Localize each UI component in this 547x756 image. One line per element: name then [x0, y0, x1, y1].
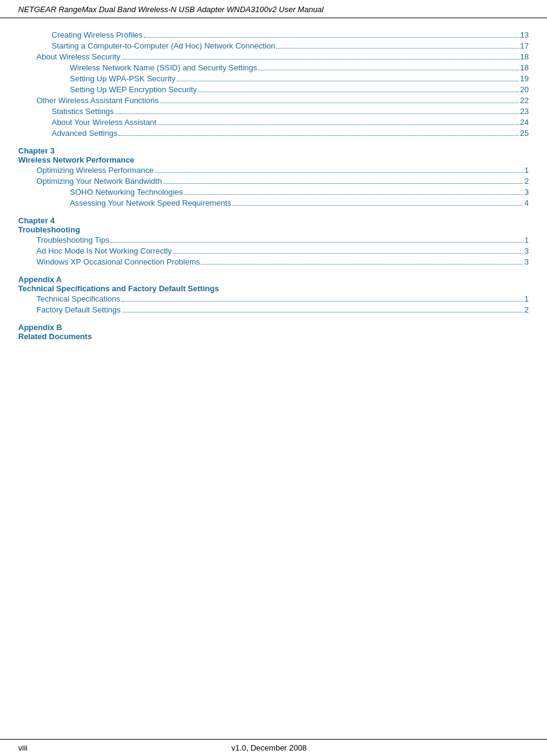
toc-page-wireless-network-name: 18 [520, 63, 529, 72]
page-container: NETGEAR RangeMax Dual Band Wireless-N US… [0, 0, 547, 756]
toc-page-statistics-settings: 23 [520, 107, 529, 116]
toc-link-soho-networking[interactable]: SOHO Networking Technologies [70, 187, 183, 197]
toc-link-wep[interactable]: Setting Up WEP Encryption Security [70, 85, 197, 94]
toc-row-creating-wireless-profiles[interactable]: Creating Wireless Profiles 13 [18, 30, 529, 39]
toc-row-wpa-psk[interactable]: Setting Up WPA-PSK Security 19 [18, 74, 529, 83]
chapter4-heading: Chapter 4 Troubleshooting [18, 216, 529, 234]
toc-link-advanced-settings[interactable]: Advanced Settings [52, 129, 117, 138]
toc-content: Creating Wireless Profiles 13 Starting a… [0, 24, 547, 379]
appendixB-title: Related Documents [18, 332, 529, 341]
header-title: NETGEAR RangeMax Dual Band Wireless-N US… [18, 5, 324, 14]
toc-dots [110, 242, 523, 243]
footer-version: v1.0, December 2008 [27, 743, 511, 752]
toc-page-advanced-settings: 25 [520, 129, 529, 138]
toc-row-advanced-settings[interactable]: Advanced Settings 25 [18, 129, 529, 138]
toc-link-technical-specifications[interactable]: Technical Specifications [36, 294, 120, 303]
toc-link-assessing-network-speed[interactable]: Assessing Your Network Speed Requirement… [70, 198, 231, 208]
appendixA-heading: Appendix A Technical Specifications and … [18, 275, 529, 293]
toc-row-ad-hoc-mode[interactable]: Ad Hoc Mode Is Not Working Correctly 3 [18, 246, 529, 255]
toc-row-assessing-network-speed[interactable]: Assessing Your Network Speed Requirement… [18, 198, 529, 208]
chapter3-label: Chapter 3 [18, 146, 529, 155]
toc-link-statistics-settings[interactable]: Statistics Settings [52, 107, 114, 116]
toc-row-wireless-network-name[interactable]: Wireless Network Name (SSID) and Securit… [18, 63, 529, 72]
toc-row-soho-networking[interactable]: SOHO Networking Technologies 3 [18, 187, 529, 197]
chapter3-heading: Chapter 3 Wireless Network Performance [18, 146, 529, 164]
toc-dots [177, 81, 519, 81]
toc-dots [155, 172, 523, 173]
toc-link-ad-hoc-mode[interactable]: Ad Hoc Mode Is Not Working Correctly [36, 246, 172, 255]
toc-dots [122, 312, 523, 312]
toc-link-windows-xp[interactable]: Windows XP Occasional Connection Problem… [36, 257, 200, 266]
toc-link-optimizing-wireless[interactable]: Optimizing Wireless Performance [36, 166, 154, 175]
toc-link-creating-wireless-profiles[interactable]: Creating Wireless Profiles [52, 30, 143, 39]
toc-link-about-wireless-security[interactable]: About Wireless Security [36, 52, 120, 61]
appendixA-title: Technical Specifications and Factory Def… [18, 284, 529, 293]
toc-page-technical-specifications: 1 [525, 294, 529, 303]
toc-link-troubleshooting-tips[interactable]: Troubleshooting Tips [36, 235, 109, 245]
appendixB-heading: Appendix B Related Documents [18, 323, 529, 341]
toc-dots [258, 70, 518, 70]
toc-dots [160, 103, 519, 103]
toc-row-computer-to-computer[interactable]: Starting a Computer-to-Computer (Ad Hoc)… [18, 41, 529, 50]
toc-dots [118, 135, 518, 136]
toc-link-other-wireless-assistant[interactable]: Other Wireless Assistant Functions [36, 96, 159, 105]
toc-row-other-wireless-assistant[interactable]: Other Wireless Assistant Functions 22 [18, 96, 529, 105]
toc-row-optimizing-bandwidth[interactable]: Optimizing Your Network Bandwidth 2 [18, 177, 529, 186]
toc-link-wpa-psk[interactable]: Setting Up WPA-PSK Security [70, 74, 175, 83]
toc-link-about-wireless-assistant[interactable]: About Your Wireless Assistant [52, 118, 157, 127]
toc-page-creating-wireless-profiles: 13 [520, 30, 529, 39]
chapter4-label: Chapter 4 [18, 216, 529, 225]
toc-dots [163, 183, 523, 184]
toc-dots [115, 113, 519, 114]
toc-row-about-wireless-assistant[interactable]: About Your Wireless Assistant 24 [18, 118, 529, 127]
toc-dots [184, 194, 523, 195]
toc-link-optimizing-bandwidth[interactable]: Optimizing Your Network Bandwidth [36, 177, 162, 186]
toc-dots [144, 37, 519, 38]
toc-row-windows-xp[interactable]: Windows XP Occasional Connection Problem… [18, 257, 529, 266]
footer-page-label: viii [18, 743, 27, 752]
toc-row-technical-specifications[interactable]: Technical Specifications 1 [18, 294, 529, 303]
toc-dots [121, 301, 523, 302]
chapter4-title: Troubleshooting [18, 225, 529, 234]
toc-page-optimizing-bandwidth: 2 [525, 177, 529, 186]
toc-dots [173, 253, 523, 254]
toc-row-optimizing-wireless[interactable]: Optimizing Wireless Performance 1 [18, 166, 529, 175]
toc-row-statistics-settings[interactable]: Statistics Settings 23 [18, 107, 529, 116]
toc-dots [121, 59, 519, 59]
toc-row-troubleshooting-tips[interactable]: Troubleshooting Tips 1 [18, 235, 529, 245]
toc-page-factory-default: 2 [525, 305, 529, 314]
appendixB-label: Appendix B [18, 323, 529, 332]
appendixA-label: Appendix A [18, 275, 529, 284]
toc-page-soho-networking: 3 [525, 187, 529, 197]
toc-dots [276, 48, 518, 49]
toc-page-about-wireless-security: 18 [520, 52, 529, 61]
toc-page-wep: 20 [520, 85, 529, 94]
toc-page-other-wireless-assistant: 22 [520, 96, 529, 105]
toc-link-wireless-network-name[interactable]: Wireless Network Name (SSID) and Securit… [70, 63, 257, 72]
toc-row-wep[interactable]: Setting Up WEP Encryption Security 20 [18, 85, 529, 94]
toc-page-computer-to-computer: 17 [520, 41, 529, 50]
toc-link-factory-default[interactable]: Factory Default Settings [36, 305, 121, 314]
toc-row-about-wireless-security[interactable]: About Wireless Security 18 [18, 52, 529, 61]
toc-dots [158, 124, 519, 125]
toc-page-troubleshooting-tips: 1 [525, 235, 529, 245]
toc-page-about-wireless-assistant: 24 [520, 118, 529, 127]
toc-link-computer-to-computer[interactable]: Starting a Computer-to-Computer (Ad Hoc)… [52, 41, 275, 50]
chapter3-title: Wireless Network Performance [18, 155, 529, 164]
toc-page-optimizing-wireless: 1 [525, 166, 529, 175]
toc-page-assessing-network-speed: 4 [525, 198, 529, 208]
toc-page-ad-hoc-mode: 3 [525, 246, 529, 255]
toc-page-windows-xp: 3 [525, 257, 529, 266]
toc-dots [233, 205, 523, 206]
toc-row-factory-default[interactable]: Factory Default Settings 2 [18, 305, 529, 314]
toc-dots [201, 264, 523, 265]
toc-dots [198, 92, 518, 92]
page-header: NETGEAR RangeMax Dual Band Wireless-N US… [0, 0, 547, 18]
page-footer: viii v1.0, December 2008 [0, 739, 547, 756]
toc-page-wpa-psk: 19 [520, 74, 529, 83]
